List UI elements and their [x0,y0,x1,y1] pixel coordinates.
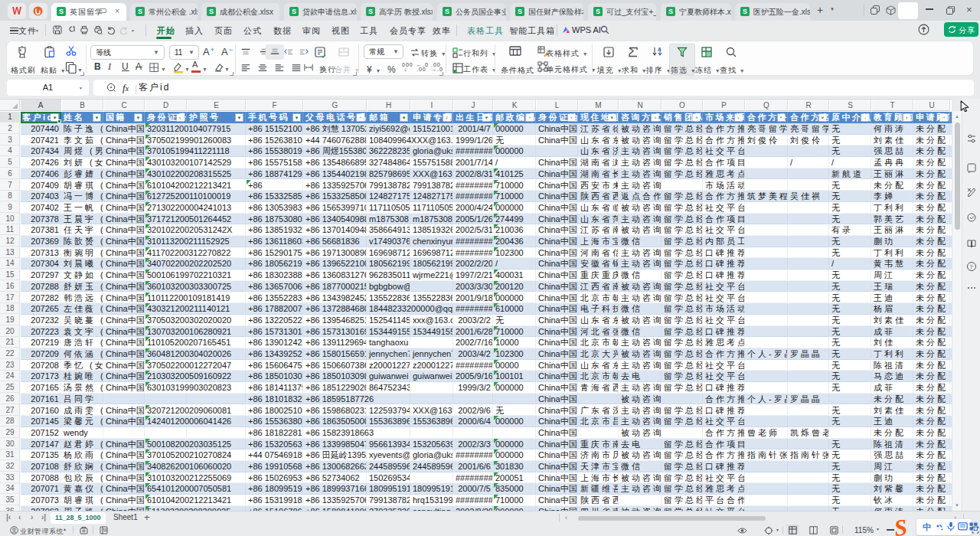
svg-text:?: ? [970,263,973,270]
svg-text:A: A [658,47,662,52]
